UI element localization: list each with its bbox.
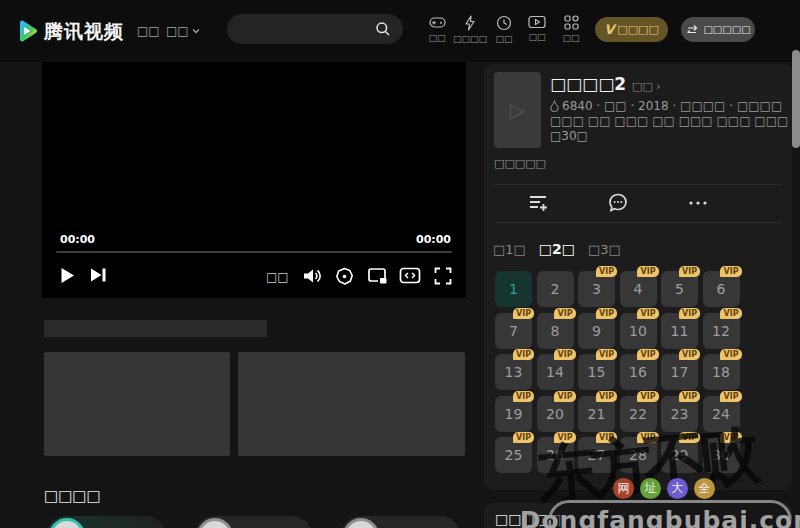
episode-cell[interactable]: 23 VIP bbox=[661, 396, 698, 432]
aspect-ratio-icon[interactable] bbox=[399, 267, 421, 284]
more-actions-icon[interactable] bbox=[686, 191, 710, 215]
next-episode-button[interactable] bbox=[90, 267, 107, 283]
apps-icon bbox=[564, 15, 579, 30]
episode-cell[interactable]: 24 VIP bbox=[703, 396, 740, 432]
vip-badge: VIP bbox=[720, 308, 741, 319]
poster-thumbnail[interactable]: ▷ bbox=[494, 72, 541, 148]
vip-badge: VIP bbox=[554, 349, 575, 360]
episode-cell[interactable]: 8 VIP bbox=[537, 313, 574, 349]
search-input[interactable] bbox=[241, 14, 371, 44]
vip-button-label: □□□□ bbox=[617, 23, 659, 36]
episode-cell[interactable]: 4 VIP bbox=[620, 271, 657, 307]
episode-cell[interactable]: 25 VIP bbox=[495, 437, 532, 473]
video-player[interactable]: 00:00 00:00 □□ bbox=[42, 62, 466, 298]
episode-number: 26 bbox=[546, 447, 564, 463]
volume-icon[interactable] bbox=[302, 267, 323, 285]
tab-season-3[interactable]: □3□ bbox=[588, 242, 621, 257]
logo-text[interactable]: 腾讯视频 bbox=[44, 19, 124, 45]
add-to-list-icon[interactable] bbox=[526, 191, 550, 215]
nav-item-home[interactable]: □□ bbox=[137, 24, 160, 38]
episode-cell[interactable]: 9 VIP bbox=[578, 313, 615, 349]
episode-cell[interactable]: 18 VIP bbox=[703, 354, 740, 390]
video-cast: □□□ □□ □□□ □□ □□□ □□□ □□□ bbox=[550, 114, 788, 128]
heat-icon bbox=[550, 100, 559, 112]
comment-icon[interactable] bbox=[606, 191, 630, 215]
episode-cell[interactable]: 7 VIP bbox=[495, 313, 532, 349]
search-bar[interactable] bbox=[227, 14, 403, 44]
progress-bar[interactable] bbox=[56, 251, 452, 253]
episode-number: 20 bbox=[546, 406, 564, 422]
episode-cell[interactable]: 11 VIP bbox=[661, 313, 698, 349]
client-icon bbox=[528, 15, 546, 29]
picture-in-picture-icon[interactable] bbox=[367, 267, 388, 285]
avatar bbox=[343, 518, 379, 528]
episode-number: 2 bbox=[551, 281, 560, 297]
nav-item-label: □□ bbox=[137, 24, 160, 38]
fullscreen-icon[interactable] bbox=[434, 267, 452, 285]
episode-cell[interactable]: 14 VIP bbox=[537, 354, 574, 390]
avatar bbox=[49, 518, 85, 528]
episode-cell[interactable]: 10 VIP bbox=[620, 313, 657, 349]
vip-badge: VIP bbox=[720, 432, 741, 443]
episode-number: 10 bbox=[629, 323, 647, 339]
episode-cell[interactable]: 5 VIP bbox=[661, 271, 698, 307]
vip-badge: VIP bbox=[596, 266, 617, 277]
episode-cell[interactable]: 30 VIP bbox=[703, 437, 740, 473]
episode-cell[interactable]: 12 VIP bbox=[703, 313, 740, 349]
tab-season-1[interactable]: □1□ bbox=[493, 242, 526, 257]
episode-number: 6 bbox=[717, 281, 726, 297]
episode-cell[interactable]: 17 VIP bbox=[661, 354, 698, 390]
episode-cell[interactable]: 28 VIP bbox=[620, 437, 657, 473]
episode-number: 12 bbox=[712, 323, 730, 339]
vip-badge: VIP bbox=[679, 391, 700, 402]
episode-number: 23 bbox=[671, 406, 689, 422]
episode-cell[interactable]: 29 VIP bbox=[661, 437, 698, 473]
switch-icon bbox=[685, 24, 699, 36]
episode-cell[interactable]: 15 VIP bbox=[578, 354, 615, 390]
nav-item-channels[interactable]: □□ bbox=[166, 24, 200, 38]
record-settings-icon[interactable] bbox=[335, 267, 354, 286]
episode-cell[interactable]: 21 VIP bbox=[578, 396, 615, 432]
episode-cell[interactable]: 22 VIP bbox=[620, 396, 657, 432]
recommend-pill-active[interactable] bbox=[47, 516, 166, 528]
episode-number: 7 bbox=[509, 323, 518, 339]
video-detail-link[interactable]: □□ › bbox=[632, 80, 661, 93]
quick-nav-label: □□ bbox=[495, 34, 512, 44]
episode-cell[interactable]: 20 VIP bbox=[537, 396, 574, 432]
player-menu-label[interactable]: □□ bbox=[266, 270, 289, 284]
switch-version-button[interactable]: □□□□□ bbox=[681, 17, 755, 42]
search-icon[interactable] bbox=[375, 21, 391, 37]
tencent-video-logo-icon[interactable] bbox=[14, 18, 40, 44]
episode-cell[interactable]: 26 VIP bbox=[537, 437, 574, 473]
recommend-pill[interactable] bbox=[341, 516, 460, 528]
episode-cell[interactable]: 3 VIP bbox=[578, 271, 615, 307]
scrollbar-thumb[interactable] bbox=[792, 50, 800, 148]
episode-number: 25 bbox=[505, 447, 523, 463]
more-detail-link[interactable]: □□□□□ bbox=[494, 157, 546, 170]
episode-cell[interactable]: 27 VIP bbox=[578, 437, 615, 473]
episode-cell[interactable]: 1 VIP bbox=[495, 271, 532, 307]
recommend-pill[interactable] bbox=[195, 516, 312, 528]
episode-number: 24 bbox=[712, 406, 730, 422]
episode-cell[interactable]: 2 VIP bbox=[537, 271, 574, 307]
episode-cell[interactable]: 6 VIP bbox=[703, 271, 740, 307]
episode-cell[interactable]: 19 VIP bbox=[495, 396, 532, 432]
play-button[interactable] bbox=[60, 267, 75, 284]
vip-badge: VIP bbox=[720, 349, 741, 360]
switch-button-label: □□□□□ bbox=[703, 24, 750, 35]
episode-cell[interactable]: 16 VIP bbox=[620, 354, 657, 390]
episode-number: 22 bbox=[629, 406, 647, 422]
quick-nav-more-apps[interactable]: □□ bbox=[551, 15, 591, 43]
tab-season-2[interactable]: □2□ bbox=[539, 241, 575, 257]
episode-cell[interactable]: 13 VIP bbox=[495, 354, 532, 390]
episode-number: 1 bbox=[509, 281, 518, 297]
vip-badge: VIP bbox=[637, 266, 658, 277]
episode-number: 11 bbox=[671, 323, 689, 339]
vip-badge: VIP bbox=[679, 308, 700, 319]
loading-placeholder-box bbox=[238, 352, 465, 456]
episode-number: 13 bbox=[505, 364, 523, 380]
vip-badge: VIP bbox=[513, 432, 534, 443]
loading-placeholder-bar bbox=[44, 320, 267, 337]
vip-badge: VIP bbox=[637, 391, 658, 402]
vip-button[interactable]: V □□□□ bbox=[595, 17, 668, 42]
